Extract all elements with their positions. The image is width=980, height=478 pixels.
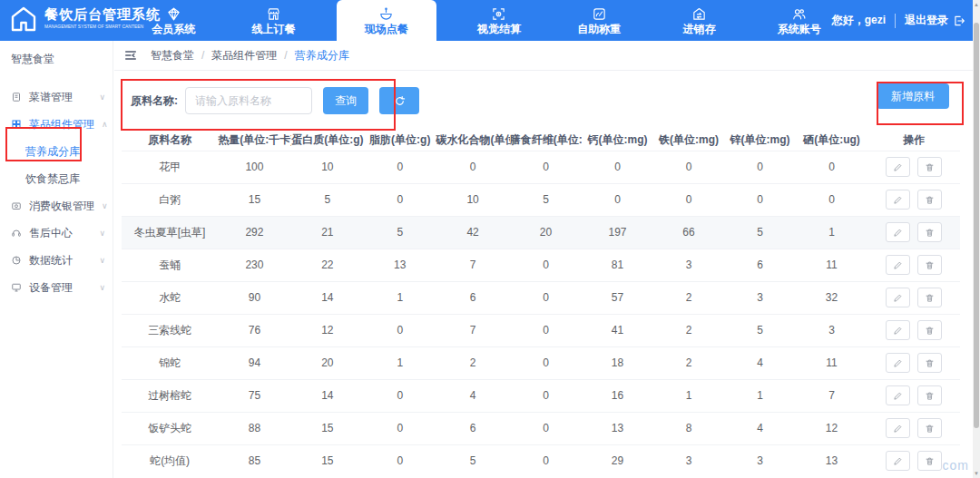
selenium-value: 12 [796,412,867,444]
zinc-value: 0 [724,183,796,216]
sidebar-item-data-statistics[interactable]: 数据统计 ∨ [0,247,113,274]
inventory-icon [691,6,707,22]
nav-item-member-system[interactable]: 会员系统 [123,0,223,41]
sidebar-item-aftersales-center[interactable]: 售后中心 ∨ [0,219,113,247]
iron-value: 1 [653,379,725,412]
fat-value: 0 [364,379,436,412]
iron-value: 3 [653,249,725,281]
nav-item-online-order[interactable]: 线上订餐 [223,0,323,41]
edit-button[interactable] [886,255,910,275]
selenium-value: 1 [796,216,867,249]
nav-item-visual-checkout[interactable]: 视觉结算 [449,0,549,41]
fiber-value: 0 [510,379,582,412]
calories-value: 94 [218,346,290,379]
ingredient-name: 三索线蛇 [122,314,218,346]
chevron-down-icon: ∨ [102,201,108,210]
refresh-button[interactable] [379,87,419,114]
ingredient-name-input[interactable] [185,87,312,114]
delete-button[interactable] [917,288,942,307]
scroll-up-arrow-icon[interactable]: ▲ [973,0,980,9]
nav-item-dine-in[interactable]: 现场点餐 [337,0,436,41]
sidebar-subitem-diet-taboo-library[interactable]: 饮食禁忌库 [0,165,113,192]
add-ingredient-button[interactable]: 新增原料 [877,83,949,109]
calories-value: 75 [218,379,290,412]
edit-button[interactable] [886,451,910,471]
calcium-value: 0 [582,151,653,183]
actions-cell [867,249,960,281]
trash-icon [925,391,935,401]
delete-button[interactable] [917,190,942,210]
logout-button[interactable]: 退出登录 [905,13,965,28]
fiber-value: 0 [510,249,582,281]
edit-button[interactable] [886,385,910,405]
fat-value: 0 [364,412,436,444]
edit-button[interactable] [886,418,910,438]
delete-button[interactable] [917,451,942,471]
watermark-text: com [943,458,969,473]
fiber-value: 0 [510,151,582,183]
edit-button[interactable] [886,288,910,307]
table-row: 饭铲头蛇 88 15 0 6 0 13 8 4 12 [122,412,960,444]
zinc-value: 5 [724,314,796,346]
edit-button[interactable] [886,320,910,340]
table-row: 过树榕蛇 75 14 0 4 0 16 1 1 7 [122,379,960,412]
protein-value: 12 [291,314,364,346]
delete-button[interactable] [917,157,942,177]
carbohydrate-value: 6 [436,281,509,314]
actions-cell [867,346,960,379]
selenium-value: 0 [796,151,867,183]
trash-icon [925,228,935,238]
delete-button[interactable] [917,418,942,438]
nav-item-self-weighing[interactable]: 自助称重 [549,0,649,41]
fat-value: 0 [364,151,436,183]
iron-value: 8 [653,412,725,444]
scroll-down-arrow-icon[interactable]: ▼ [973,469,980,478]
zinc-value: 5 [724,216,796,249]
users-icon [791,6,807,22]
protein-value: 14 [291,281,364,314]
zinc-value: 4 [724,346,796,379]
iron-value: 0 [653,183,725,216]
actions-cell [867,183,960,216]
pencil-icon [893,195,903,205]
ingredient-name: 冬虫夏草[虫草] [122,216,218,249]
pencil-icon [893,228,903,238]
calcium-value: 29 [582,444,653,477]
delete-button[interactable] [917,320,942,340]
edit-button[interactable] [886,190,910,210]
delete-button[interactable] [917,385,942,405]
trash-icon [925,162,935,172]
zinc-value: 0 [724,151,796,183]
delete-button[interactable] [917,353,942,373]
sidebar-item-cashier-management[interactable]: 消费收银管理 ∨ [0,192,113,219]
delete-button[interactable] [917,222,942,242]
fat-value: 0 [364,314,436,346]
zinc-value: 1 [724,379,796,412]
sidebar-item-recipe-management[interactable]: 菜谱管理 ∨ [0,83,113,111]
trash-icon [925,195,935,205]
edit-button[interactable] [886,222,910,242]
protein-value: 10 [291,151,364,183]
breadcrumb-home[interactable]: 智慧食堂 [151,48,194,63]
query-button[interactable]: 查询 [323,87,368,114]
ingredient-name: 蛇(均值) [122,444,218,477]
ingredient-name: 花甲 [122,151,218,183]
zinc-value: 3 [724,444,796,477]
nav-item-inventory[interactable]: 进销存 [649,0,749,41]
scrollbar-thumb[interactable] [974,23,979,428]
collapse-sidebar-icon[interactable] [123,48,138,63]
delete-button[interactable] [917,255,942,275]
edit-button[interactable] [886,353,910,373]
sidebar: 智慧食堂 菜谱管理 ∨ 菜品组件管理 ∧ 营养成分库 饮食禁忌库 消费收银管理 … [0,41,113,478]
breadcrumb-dish-components[interactable]: 菜品组件管理 [211,48,277,63]
vertical-scrollbar[interactable]: ▲ ▼ [973,0,980,478]
smart-canteen-logo-icon [9,5,38,34]
fat-value: 13 [364,249,436,281]
calcium-value: 41 [582,314,653,346]
sidebar-subitem-nutrition-library[interactable]: 营养成分库 [0,138,113,165]
trash-icon [925,293,935,303]
sidebar-item-device-management[interactable]: 设备管理 ∨ [0,274,113,301]
sidebar-item-dish-components[interactable]: 菜品组件管理 ∧ [0,111,113,138]
search-label: 原料名称: [131,93,178,109]
edit-button[interactable] [886,157,910,177]
